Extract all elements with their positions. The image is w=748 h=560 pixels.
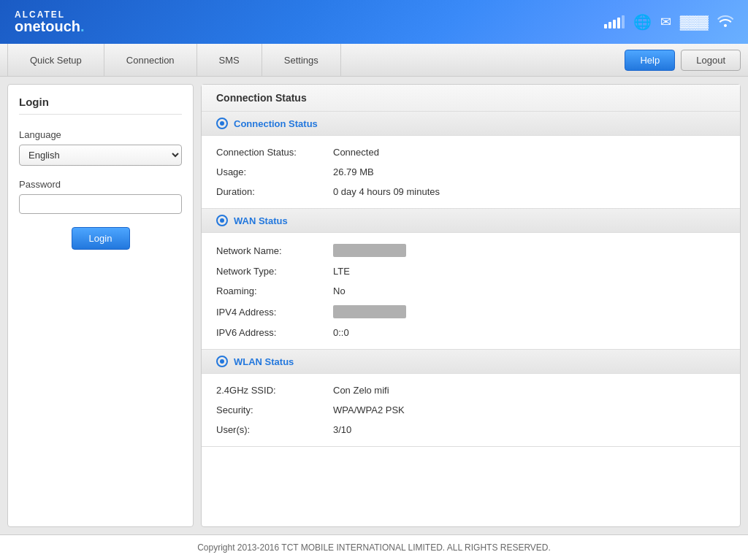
footer: Copyright 2013-2016 TCT MOBILE INTERNATI… [0, 534, 748, 560]
tab-quick-setup[interactable]: Quick Setup [7, 44, 104, 77]
value-network-type: LTE [333, 266, 350, 277]
section-wan-status: WAN Status Network Name: Network Type: L… [202, 209, 740, 350]
label-ipv6: IPV6 Address: [216, 327, 333, 338]
label-network-name: Network Name: [216, 245, 333, 256]
battery-icon: ▓▓▓ [680, 15, 709, 30]
header-icons: 🌐 ✉ ▓▓▓ [604, 13, 733, 31]
signal-icon [604, 15, 625, 28]
language-group: Language English French Spanish German [19, 129, 182, 166]
value-security: WPA/WPA2 PSK [333, 404, 405, 415]
password-input[interactable] [19, 194, 182, 214]
section-wan-status-icon [216, 215, 228, 226]
value-ipv4 [333, 305, 406, 318]
table-row: IPV6 Address: 0::0 [216, 327, 725, 338]
wifi-icon [717, 14, 733, 31]
label-network-type: Network Type: [216, 266, 333, 277]
tab-connection[interactable]: Connection [104, 44, 197, 77]
globe-icon: 🌐 [633, 13, 652, 31]
section-wlan-status: WLAN Status 2.4GHz SSID: Con Zelo mifi S… [202, 350, 740, 447]
mail-icon: ✉ [660, 14, 671, 30]
value-duration: 0 day 4 hours 09 minutes [333, 186, 440, 197]
table-row: Connection Status: Connected [216, 147, 725, 158]
logo-onetouch: onetouch. [15, 19, 85, 34]
table-row: Duration: 0 day 4 hours 09 minutes [216, 186, 725, 197]
section-wlan-status-icon [216, 356, 228, 367]
value-network-name [333, 244, 406, 257]
section-connection-status-title: Connection Status [234, 118, 318, 129]
label-roaming: Roaming: [216, 285, 333, 296]
value-usage: 26.79 MB [333, 166, 374, 177]
section-connection-status-header: Connection Status [202, 112, 740, 136]
password-label: Password [19, 179, 182, 190]
value-connection-status: Connected [333, 147, 379, 158]
login-button[interactable]: Login [72, 227, 130, 250]
section-wan-status-body: Network Name: Network Type: LTE Roaming:… [202, 233, 740, 349]
table-row: Security: WPA/WPA2 PSK [216, 404, 725, 415]
label-connection-status: Connection Status: [216, 147, 333, 158]
table-row: Network Type: LTE [216, 266, 725, 277]
content-panel: Connection Status Connection Status Conn… [201, 84, 741, 527]
section-connection-status: Connection Status Connection Status: Con… [202, 112, 740, 209]
value-roaming: No [333, 285, 346, 296]
label-ssid: 2.4GHz SSID: [216, 385, 333, 396]
section-connection-status-icon [216, 118, 228, 129]
language-select[interactable]: English French Spanish German [19, 145, 182, 166]
label-usage: Usage: [216, 166, 333, 177]
tab-sms[interactable]: SMS [196, 44, 262, 77]
nav-tabs: Quick Setup Connection SMS Settings [7, 44, 625, 77]
nav-buttons: Help Logout [625, 50, 741, 71]
sidebar: Login Language English French Spanish Ge… [7, 84, 194, 527]
copyright-text: Copyright 2013-2016 TCT MOBILE INTERNATI… [197, 542, 551, 553]
language-label: Language [19, 129, 182, 140]
nav-bar: Quick Setup Connection SMS Settings Help… [0, 44, 748, 77]
value-ipv6: 0::0 [333, 327, 349, 338]
section-wlan-status-header: WLAN Status [202, 350, 740, 374]
table-row: IPV4 Address: [216, 305, 725, 318]
section-wlan-status-body: 2.4GHz SSID: Con Zelo mifi Security: WPA… [202, 374, 740, 446]
label-users: User(s): [216, 424, 333, 435]
value-users: 3/10 [333, 424, 351, 435]
section-wlan-status-title: WLAN Status [234, 356, 294, 367]
table-row: Network Name: [216, 244, 725, 257]
value-ssid: Con Zelo mifi [333, 385, 389, 396]
password-group: Password [19, 179, 182, 214]
label-duration: Duration: [216, 186, 333, 197]
logo: ALCATEL onetouch. [15, 10, 85, 34]
section-wan-status-header: WAN Status [202, 209, 740, 233]
table-row: Roaming: No [216, 285, 725, 296]
section-wan-status-title: WAN Status [234, 215, 288, 226]
content-title: Connection Status [202, 85, 740, 112]
tab-settings[interactable]: Settings [262, 44, 341, 77]
table-row: 2.4GHz SSID: Con Zelo mifi [216, 385, 725, 396]
table-row: Usage: 26.79 MB [216, 166, 725, 177]
label-security: Security: [216, 404, 333, 415]
header: ALCATEL onetouch. 🌐 ✉ ▓▓▓ [0, 0, 748, 44]
section-connection-status-body: Connection Status: Connected Usage: 26.7… [202, 136, 740, 208]
help-button[interactable]: Help [625, 50, 675, 71]
logout-button[interactable]: Logout [681, 50, 741, 71]
label-ipv4: IPV4 Address: [216, 307, 333, 318]
main-content: Login Language English French Spanish Ge… [0, 77, 748, 534]
table-row: User(s): 3/10 [216, 424, 725, 435]
sidebar-title: Login [19, 96, 182, 115]
